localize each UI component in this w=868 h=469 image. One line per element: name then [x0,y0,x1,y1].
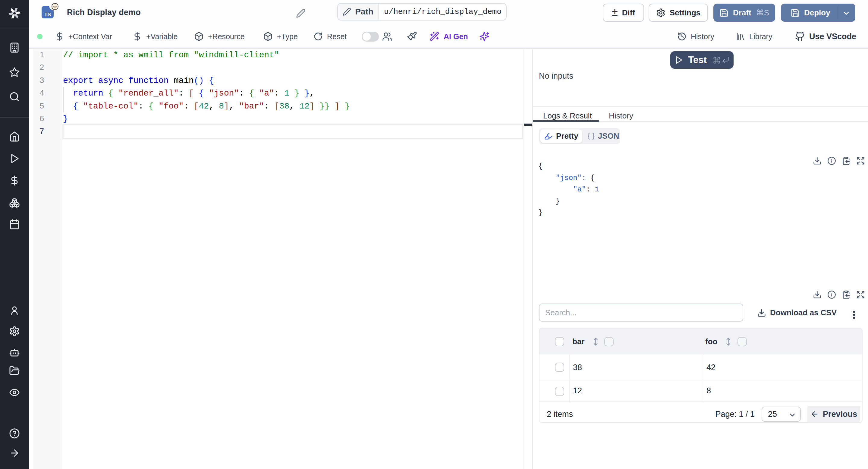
svg-text:TS: TS [44,12,51,18]
